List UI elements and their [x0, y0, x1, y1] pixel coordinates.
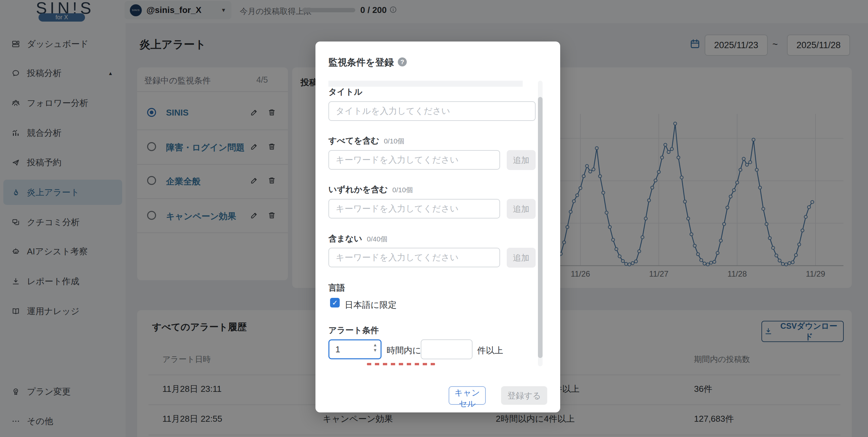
include-all-input[interactable]: [329, 150, 500, 170]
help-icon[interactable]: ?: [398, 58, 407, 66]
japanese-only-label: 日本語に限定: [345, 299, 397, 311]
include-any-counter: 0/10個: [393, 186, 413, 194]
hours-stepper[interactable]: ▲▼: [329, 339, 381, 359]
exclude-input[interactable]: [329, 248, 500, 267]
modal-scrollbar-thumb[interactable]: [538, 97, 542, 358]
modal-title: 監視条件を登録: [329, 56, 394, 69]
include-all-counter: 0/10個: [384, 137, 404, 145]
include-all-label: すべてを含む0/10個: [329, 135, 404, 146]
stepper-arrows-icon[interactable]: ▲▼: [373, 343, 377, 352]
include-any-add-button[interactable]: 追加: [507, 199, 536, 219]
hours-input[interactable]: [330, 340, 363, 358]
cancel-button[interactable]: キャンセル: [448, 386, 486, 405]
include-any-label: いずれかを含む0/10個: [329, 184, 413, 195]
scrolled-notice-edge: [329, 81, 523, 87]
japanese-only-checkbox[interactable]: ✓: [330, 298, 340, 308]
language-label: 言語: [329, 282, 345, 293]
hours-suffix: 時間内に: [386, 345, 422, 356]
count-suffix: 件以上: [477, 345, 503, 356]
validation-error-clipped: [367, 363, 435, 365]
title-field-label: タイトル: [329, 86, 362, 97]
exclude-counter: 0/40個: [367, 235, 388, 243]
exclude-add-button[interactable]: 追加: [507, 248, 536, 268]
title-input[interactable]: [329, 101, 536, 121]
include-any-input[interactable]: [329, 199, 500, 218]
count-input[interactable]: [421, 339, 472, 359]
register-condition-modal: 監視条件を登録 ? タイトル すべてを含む0/10個 追加 いずれかを含む0/1…: [315, 41, 560, 412]
exclude-label: 含まない0/40個: [329, 233, 388, 244]
alert-condition-label: アラート条件: [329, 325, 379, 336]
app-root: SIN!S for X SIN!S @sinis_for_X ▼ 今月の投稿取得…: [0, 0, 868, 437]
submit-button[interactable]: 登録する: [501, 386, 547, 405]
include-all-add-button[interactable]: 追加: [507, 150, 536, 170]
